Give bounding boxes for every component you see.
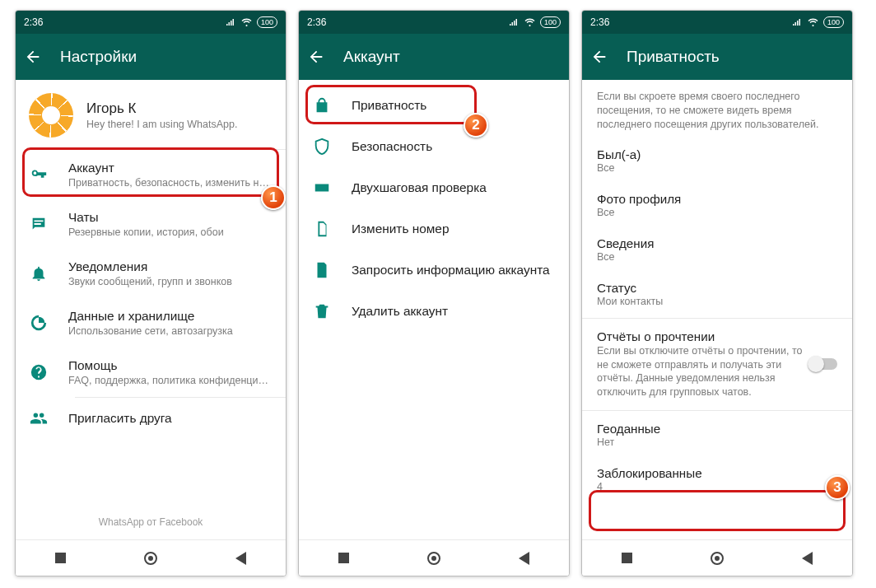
bell-icon (29, 264, 49, 283)
nav-bar (16, 539, 286, 576)
battery-icon: 100 (257, 16, 277, 28)
account-item-change-number[interactable]: Изменить номер (299, 208, 569, 250)
nav-home[interactable] (142, 549, 160, 567)
item-title: Приватность (352, 98, 556, 113)
nav-bar (299, 539, 569, 576)
item-title: Аккаунт (68, 161, 273, 175)
content-area: Если вы скроете время своего последнего … (582, 80, 852, 539)
privacy-hint: Если вы скроете время своего последнего … (582, 80, 852, 138)
divider (582, 318, 852, 319)
back-icon[interactable] (24, 48, 42, 66)
item-sub: 4 (597, 481, 837, 492)
status-bar: 2:36 100 (299, 11, 569, 34)
back-icon[interactable] (307, 48, 325, 66)
nav-home[interactable] (425, 549, 443, 567)
item-title: Статус (597, 281, 837, 295)
settings-item-help[interactable]: Помощь FAQ, поддержка, политика конфиден… (16, 348, 286, 397)
status-icons: 100 (225, 16, 277, 28)
app-bar: Приватность (582, 34, 852, 80)
privacy-item-status[interactable]: Статус Мои контакты (582, 272, 852, 316)
privacy-item-last-seen[interactable]: Был(-а) Все (582, 138, 852, 183)
pin-icon (312, 178, 332, 198)
item-sub: Приватность, безопасность, изменить номе… (68, 177, 273, 189)
settings-item-account[interactable]: Аккаунт Приватность, безопасность, измен… (16, 150, 286, 199)
content-area: Игорь К Hey there! I am using WhatsApp. … (16, 80, 286, 539)
sim-icon (312, 219, 332, 239)
status-icons: 100 (508, 16, 561, 28)
status-time: 2:36 (24, 16, 43, 28)
signal-icon (225, 17, 236, 27)
back-icon[interactable] (590, 48, 608, 66)
item-title: Двухшаговая проверка (352, 180, 556, 195)
item-sub: Все (597, 207, 837, 218)
privacy-item-blocked[interactable]: Заблокированные 4 (582, 457, 852, 502)
item-title: Безопасность (352, 139, 556, 154)
nav-back[interactable] (515, 549, 533, 567)
footer-text: WhatsApp от Facebook (16, 508, 286, 539)
settings-item-chats[interactable]: Чаты Резервные копии, история, обои (16, 199, 286, 249)
item-title: Был(-а) (597, 147, 837, 161)
nav-recent[interactable] (618, 549, 636, 567)
profile-row[interactable]: Игорь К Hey there! I am using WhatsApp. (16, 80, 286, 149)
account-item-privacy[interactable]: Приватность (299, 85, 569, 126)
account-item-delete[interactable]: Удалить аккаунт (299, 291, 569, 332)
item-title: Чаты (68, 210, 273, 225)
shield-icon (312, 137, 332, 156)
account-item-security[interactable]: Безопасность (299, 126, 569, 167)
battery-icon: 100 (540, 16, 561, 28)
signal-icon (791, 17, 803, 27)
nav-recent[interactable] (335, 549, 353, 567)
settings-item-data[interactable]: Данные и хранилище Использование сети, а… (16, 298, 286, 348)
chat-icon (29, 214, 49, 234)
nav-home[interactable] (708, 549, 726, 567)
status-icons: 100 (791, 16, 844, 28)
phone-account: 2:36 100 Аккаунт Приватность Безопасност… (298, 10, 570, 576)
trash-icon (312, 301, 332, 321)
phone-settings: 2:36 100 Настройки Игорь К Hey there! I … (15, 10, 287, 576)
app-bar: Аккаунт (299, 34, 569, 80)
nav-back[interactable] (798, 549, 816, 567)
account-item-request-info[interactable]: Запросить информацию аккаунта (299, 250, 569, 291)
item-title: Заблокированные (597, 466, 837, 480)
privacy-item-about[interactable]: Сведения Все (582, 227, 852, 272)
nav-back[interactable] (231, 549, 249, 567)
status-time: 2:36 (307, 16, 326, 28)
wifi-icon (807, 17, 819, 27)
document-icon (312, 260, 332, 280)
toggle-off[interactable] (809, 358, 837, 370)
status-bar: 2:36 100 (16, 11, 286, 34)
item-title: Геоданные (597, 422, 837, 436)
item-sub: Нет (597, 436, 837, 448)
profile-status: Hey there! I am using WhatsApp. (86, 119, 237, 130)
account-item-2step[interactable]: Двухшаговая проверка (299, 167, 569, 208)
help-icon (29, 362, 49, 382)
privacy-item-geo[interactable]: Геоданные Нет (582, 413, 852, 457)
item-sub: Все (597, 251, 837, 263)
signal-icon (508, 17, 520, 27)
item-sub: Резервные копии, история, обои (68, 226, 273, 238)
item-title: Удалить аккаунт (352, 304, 556, 319)
phone-privacy: 2:36 100 Приватность Если вы скроете вре… (581, 10, 853, 576)
nav-bar (582, 539, 852, 576)
item-sub: Использование сети, автозагрузка (68, 325, 273, 337)
item-title: Запросить информацию аккаунта (352, 263, 556, 278)
status-time: 2:36 (590, 16, 609, 28)
settings-item-invite[interactable]: Пригласить друга (16, 398, 286, 439)
data-icon (29, 313, 49, 333)
item-sub: Если вы отключите отчёты о прочтении, то… (597, 344, 803, 400)
nav-recent[interactable] (52, 549, 70, 567)
invite-icon (29, 408, 49, 428)
item-title: Изменить номер (352, 222, 556, 236)
settings-item-notifications[interactable]: Уведомления Звуки сообщений, групп и зво… (16, 249, 286, 298)
appbar-title: Аккаунт (343, 48, 400, 66)
wifi-icon (240, 17, 253, 27)
key-icon (29, 165, 49, 184)
item-title: Отчёты о прочтении (597, 329, 803, 343)
item-sub: Все (597, 162, 837, 174)
item-sub: FAQ, поддержка, политика конфиденциальн… (68, 375, 273, 386)
privacy-item-photo[interactable]: Фото профиля Все (582, 183, 852, 227)
item-sub: Звуки сообщений, групп и звонков (68, 276, 273, 287)
app-bar: Настройки (16, 34, 286, 80)
privacy-item-read-receipts[interactable]: Отчёты о прочтении Если вы отключите отч… (582, 320, 852, 409)
appbar-title: Настройки (60, 48, 137, 66)
